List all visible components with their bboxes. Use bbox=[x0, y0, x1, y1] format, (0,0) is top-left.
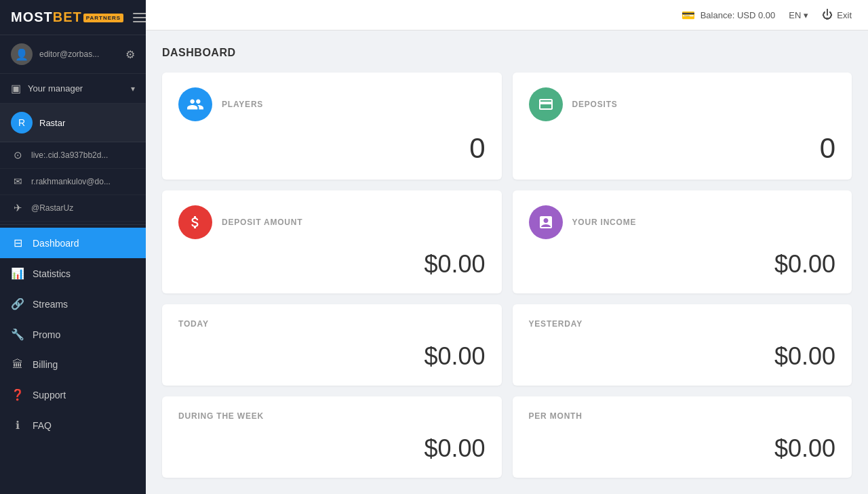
yesterday-card: YESTERDAY $0.00 bbox=[513, 304, 852, 386]
sidebar-label-faq: FAQ bbox=[33, 420, 52, 431]
income-card-value: $0.00 bbox=[529, 250, 836, 279]
billing-icon: 🏛 bbox=[11, 358, 24, 371]
logo-text: MOSTBETPARTNERS bbox=[11, 9, 123, 25]
week-card-value: $0.00 bbox=[178, 434, 486, 463]
language-label: EN bbox=[789, 10, 801, 20]
dashboard-content: DASHBOARD PLAYERS 0 DEPOSITS bbox=[146, 30, 868, 494]
sidebar-label-dashboard: Dashboard bbox=[33, 238, 79, 249]
week-card: DURING THE WEEK $0.00 bbox=[162, 396, 502, 478]
rastar-avatar: R bbox=[11, 112, 33, 133]
manager-icon: ▣ bbox=[11, 82, 21, 95]
skype-text: live:.cid.3a937bb2d... bbox=[31, 150, 108, 160]
balance-area: 💳 Balance: USD 0.00 bbox=[682, 9, 776, 22]
language-selector[interactable]: EN ▾ bbox=[789, 10, 808, 20]
skype-icon: ⊙ bbox=[11, 149, 24, 161]
cards-grid: PLAYERS 0 DEPOSITS 0 bbox=[162, 73, 852, 478]
sidebar-item-dashboard[interactable]: ⊟ Dashboard bbox=[0, 228, 146, 258]
month-card-label: PER MONTH bbox=[529, 411, 836, 421]
sidebar-item-faq[interactable]: ℹ FAQ bbox=[0, 410, 146, 440]
user-row: 👤 editor@zorbas... ⚙ bbox=[0, 35, 146, 74]
hamburger-button[interactable] bbox=[130, 10, 146, 25]
week-card-label: DURING THE WEEK bbox=[178, 411, 486, 421]
sidebar-item-statistics[interactable]: 📊 Statistics bbox=[0, 258, 146, 289]
manager-label: Your manager bbox=[28, 83, 124, 94]
exit-icon: ⏻ bbox=[822, 9, 833, 21]
streams-icon: 🔗 bbox=[11, 297, 24, 310]
deposit-amount-icon bbox=[178, 205, 212, 239]
month-card: PER MONTH $0.00 bbox=[513, 396, 852, 478]
deposits-card-header: DEPOSITS bbox=[529, 87, 836, 121]
deposit-amount-card-value: $0.00 bbox=[178, 250, 486, 279]
faq-icon: ℹ bbox=[11, 419, 24, 432]
deposit-amount-card-label: DEPOSIT AMOUNT bbox=[222, 218, 302, 227]
players-card: PLAYERS 0 bbox=[162, 73, 502, 180]
dashboard-icon: ⊟ bbox=[11, 236, 24, 249]
rastar-row: R Rastar bbox=[0, 104, 146, 142]
lang-chevron-icon: ▾ bbox=[804, 10, 808, 20]
players-card-label: PLAYERS bbox=[222, 100, 263, 109]
telegram-text: @RastarUz bbox=[31, 203, 73, 213]
balance-icon: 💳 bbox=[682, 9, 695, 22]
sidebar-label-promo: Promo bbox=[33, 329, 60, 340]
today-card: TODAY $0.00 bbox=[162, 304, 502, 386]
sidebar-item-billing[interactable]: 🏛 Billing bbox=[0, 350, 146, 379]
sidebar-label-statistics: Statistics bbox=[33, 268, 71, 279]
topbar-right: 💳 Balance: USD 0.00 EN ▾ ⏻ Exit bbox=[682, 9, 852, 22]
income-card: YOUR INCOME $0.00 bbox=[513, 190, 852, 293]
today-card-label: TODAY bbox=[178, 319, 486, 329]
month-card-value: $0.00 bbox=[529, 434, 836, 463]
sidebar-label-support: Support bbox=[33, 390, 66, 400]
email-row[interactable]: ✉ r.rakhmankulov@do... bbox=[0, 169, 146, 195]
page-title: DASHBOARD bbox=[162, 47, 852, 59]
sidebar-item-promo[interactable]: 🔧 Promo bbox=[0, 319, 146, 350]
promo-icon: 🔧 bbox=[11, 328, 24, 341]
sidebar-label-billing: Billing bbox=[33, 359, 58, 370]
divider bbox=[0, 224, 146, 225]
income-card-label: YOUR INCOME bbox=[572, 218, 637, 227]
deposit-amount-card-header: DEPOSIT AMOUNT bbox=[178, 205, 486, 239]
exit-button[interactable]: ⏻ Exit bbox=[822, 9, 852, 21]
players-card-header: PLAYERS bbox=[178, 87, 486, 121]
main-content: 💳 Balance: USD 0.00 EN ▾ ⏻ Exit DASHBOAR… bbox=[146, 0, 868, 494]
logo-area: MOSTBETPARTNERS bbox=[0, 0, 146, 35]
balance-label: Balance: USD 0.00 bbox=[701, 10, 776, 20]
user-email: editor@zorbas... bbox=[39, 49, 119, 59]
rastar-label: Rastar bbox=[39, 118, 65, 128]
gear-icon[interactable]: ⚙ bbox=[125, 48, 135, 61]
yesterday-card-label: YESTERDAY bbox=[529, 319, 836, 329]
deposits-card: DEPOSITS 0 bbox=[513, 73, 852, 180]
deposit-amount-card: DEPOSIT AMOUNT $0.00 bbox=[162, 190, 502, 293]
deposits-card-label: DEPOSITS bbox=[572, 100, 618, 109]
today-card-value: $0.00 bbox=[178, 342, 486, 371]
players-card-value: 0 bbox=[178, 132, 486, 165]
sidebar-item-streams[interactable]: 🔗 Streams bbox=[0, 289, 146, 319]
partners-badge: PARTNERS bbox=[83, 14, 123, 22]
exit-label: Exit bbox=[837, 10, 852, 20]
email-icon: ✉ bbox=[11, 176, 24, 188]
statistics-icon: 📊 bbox=[11, 267, 24, 280]
yesterday-card-value: $0.00 bbox=[529, 342, 836, 371]
deposits-icon bbox=[529, 87, 563, 121]
chevron-down-icon: ▾ bbox=[131, 84, 135, 94]
income-card-header: YOUR INCOME bbox=[529, 205, 836, 239]
skype-row[interactable]: ⊙ live:.cid.3a937bb2d... bbox=[0, 142, 146, 169]
sidebar-label-streams: Streams bbox=[33, 299, 68, 310]
avatar: 👤 bbox=[11, 43, 33, 65]
topbar: 💳 Balance: USD 0.00 EN ▾ ⏻ Exit bbox=[146, 0, 868, 30]
telegram-icon: ✈ bbox=[11, 202, 24, 214]
income-icon bbox=[529, 205, 563, 239]
players-icon bbox=[178, 87, 212, 121]
support-icon: ❓ bbox=[11, 388, 24, 401]
email-text: r.rakhmankulov@do... bbox=[31, 177, 111, 186]
manager-row[interactable]: ▣ Your manager ▾ bbox=[0, 74, 146, 104]
sidebar: MOSTBETPARTNERS 👤 editor@zorbas... ⚙ ▣ Y… bbox=[0, 0, 146, 494]
sidebar-item-support[interactable]: ❓ Support bbox=[0, 379, 146, 410]
deposits-card-value: 0 bbox=[529, 132, 836, 165]
telegram-row[interactable]: ✈ @RastarUz bbox=[0, 195, 146, 222]
